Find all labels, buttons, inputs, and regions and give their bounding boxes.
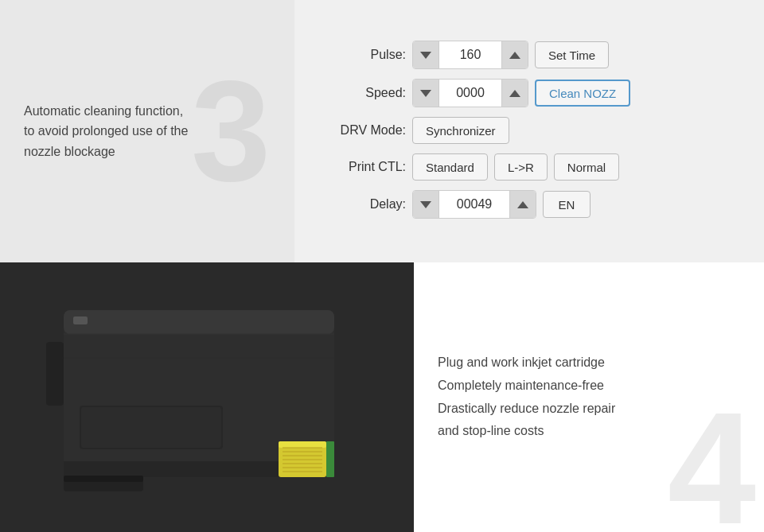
delay-down-button[interactable] [413, 191, 439, 218]
speed-row: Speed: Clean NOZZ [318, 79, 740, 107]
clean-nozz-button[interactable]: Clean NOZZ [535, 80, 630, 107]
set-time-button[interactable]: Set Time [535, 41, 609, 68]
delay-down-arrow-icon [420, 201, 431, 208]
drv-mode-row: DRV Mode: Synchronizer [318, 117, 740, 144]
print-ctl-label: Print CTL: [318, 160, 406, 174]
pulse-down-arrow-icon [420, 52, 431, 59]
svg-rect-16 [326, 441, 334, 477]
en-button[interactable]: EN [543, 191, 591, 218]
speed-down-arrow-icon [420, 90, 431, 97]
left-description-panel: Automatic cleaning function, to avoid pr… [0, 0, 294, 262]
step-number-3: 3 [191, 60, 271, 203]
svg-rect-3 [46, 342, 64, 406]
normal-button[interactable]: Normal [554, 153, 619, 181]
standard-button[interactable]: Standard [412, 153, 488, 181]
speed-label: Speed: [318, 86, 406, 100]
pulse-row: Pulse: Set Time [318, 41, 740, 69]
cartridge-image-panel [0, 262, 414, 532]
pulse-up-arrow-icon [509, 52, 520, 59]
svg-rect-20 [81, 407, 221, 448]
drv-mode-label: DRV Mode: [318, 123, 406, 138]
delay-up-arrow-icon [517, 201, 528, 208]
pulse-spin-group [412, 41, 528, 69]
desc-line3: nozzle blockage [24, 145, 115, 158]
speed-spin-group [412, 79, 528, 107]
bottom-line1: Plug and work inkjet cartridge [438, 355, 605, 369]
svg-rect-1 [64, 310, 334, 334]
pulse-up-button[interactable] [502, 41, 528, 68]
delay-label: Delay: [318, 197, 406, 212]
speed-up-button[interactable] [502, 80, 528, 107]
lr-button[interactable]: L->R [494, 153, 548, 181]
step-number-4: 4 [668, 389, 756, 532]
speed-value-input[interactable] [439, 80, 502, 107]
delay-spin-group [412, 190, 536, 219]
description-text: Automatic cleaning function, to avoid pr… [24, 101, 188, 162]
controls-panel: Pulse: Set Time Speed: [294, 0, 764, 262]
pulse-down-button[interactable] [413, 41, 439, 68]
bottom-section: Plug and work inkjet cartridge Completel… [0, 262, 764, 532]
bottom-line2: Completely maintenance-free [438, 379, 604, 392]
delay-row: Delay: EN [318, 190, 740, 219]
delay-up-button[interactable] [510, 191, 536, 218]
drv-mode-button[interactable]: Synchronizer [412, 117, 509, 144]
bottom-line3: Drastically reduce nozzle repair [438, 402, 615, 415]
svg-rect-18 [64, 476, 143, 482]
svg-rect-8 [279, 441, 326, 448]
bottom-description: Plug and work inkjet cartridge Completel… [438, 351, 615, 443]
pulse-value-input[interactable] [439, 41, 502, 68]
cartridge-svg [40, 294, 374, 501]
top-section: Automatic cleaning function, to avoid pr… [0, 0, 764, 262]
desc-line2: to avoid prolonged use of the [24, 124, 188, 138]
svg-rect-4 [73, 316, 88, 324]
delay-value-input[interactable] [439, 191, 510, 218]
desc-line1: Automatic cleaning function, [24, 104, 183, 118]
speed-down-button[interactable] [413, 80, 439, 107]
pulse-label: Pulse: [318, 48, 406, 62]
bottom-line4: and stop-line costs [438, 424, 544, 437]
speed-up-arrow-icon [509, 90, 520, 97]
print-ctl-row: Print CTL: Standard L->R Normal [318, 153, 740, 181]
bottom-info-panel: Plug and work inkjet cartridge Completel… [414, 262, 764, 532]
